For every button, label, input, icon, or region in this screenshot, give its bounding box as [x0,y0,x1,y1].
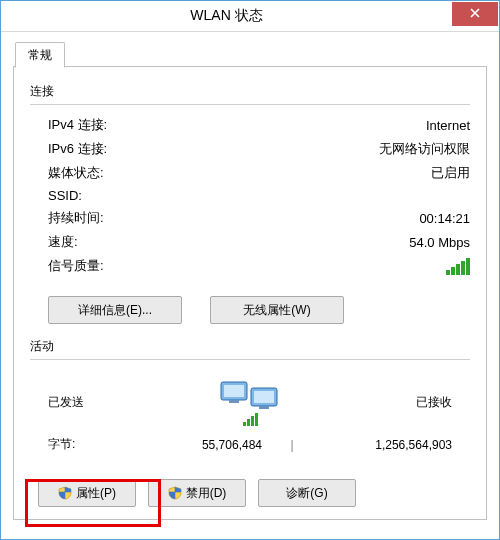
svg-rect-6 [243,422,246,426]
divider [30,104,470,105]
svg-rect-8 [251,416,254,426]
footer-button-row: 属性(P) 禁用(D) 诊断(G) [38,479,470,507]
speed-value: 54.0 Mbps [409,235,470,250]
connection-button-row: 详细信息(E)... 无线属性(W) [48,296,470,324]
tabstrip: 常规 [13,42,487,67]
sent-label: 已发送 [48,394,84,411]
uac-shield-icon [168,486,182,500]
properties-button[interactable]: 属性(P) [38,479,136,507]
details-button[interactable]: 详细信息(E)... [48,296,182,324]
wireless-properties-button[interactable]: 无线属性(W) [210,296,344,324]
svg-rect-2 [229,400,239,403]
bytes-label: 字节: [48,436,108,453]
close-icon [470,7,480,21]
media-label: 媒体状态: [48,164,104,182]
svg-rect-5 [259,406,269,409]
group-connection-label: 连接 [30,83,470,100]
titlebar: WLAN 状态 [1,1,499,32]
diagnose-button[interactable]: 诊断(G) [258,479,356,507]
group-activity-label: 活动 [30,338,470,355]
uac-shield-icon [58,486,72,500]
disable-button-label: 禁用(D) [186,485,227,502]
row-media: 媒体状态: 已启用 [30,161,470,185]
recv-label: 已接收 [416,394,452,411]
svg-rect-7 [247,419,250,426]
svg-rect-9 [255,413,258,426]
network-computers-icon [215,376,285,428]
speed-label: 速度: [48,233,78,251]
properties-button-label: 属性(P) [76,485,116,502]
media-value: 已启用 [431,164,470,182]
disable-button[interactable]: 禁用(D) [148,479,246,507]
wlan-status-window: WLAN 状态 常规 连接 IPv4 连接: Internet IPv6 连接:… [0,0,500,540]
diagnose-button-label: 诊断(G) [286,485,327,502]
divider [30,359,470,360]
ipv4-label: IPv4 连接: [48,116,107,134]
activity-row: 已发送 [30,368,470,428]
ipv6-value: 无网络访问权限 [379,140,470,158]
signal-bars-icon [446,257,470,275]
close-button[interactable] [452,2,498,26]
duration-value: 00:14:21 [419,211,470,226]
tab-panel: 连接 IPv4 连接: Internet IPv6 连接: 无网络访问权限 媒体… [13,67,487,520]
row-speed: 速度: 54.0 Mbps [30,230,470,254]
svg-rect-4 [254,391,274,403]
row-duration: 持续时间: 00:14:21 [30,206,470,230]
tab-general[interactable]: 常规 [15,42,65,68]
row-ipv6: IPv6 连接: 无网络访问权限 [30,137,470,161]
row-ssid: SSID: [30,185,470,206]
bytes-sent-value: 55,706,484 [108,438,286,452]
bytes-row: 字节: 55,706,484 | 1,256,564,903 [30,428,470,453]
row-signal: 信号质量: [30,254,470,278]
svg-rect-1 [224,385,244,397]
bytes-recv-value: 1,256,564,903 [298,438,452,452]
ssid-label: SSID: [48,188,82,203]
bytes-separator: | [286,438,298,452]
ipv6-label: IPv6 连接: [48,140,107,158]
details-button-label: 详细信息(E)... [78,302,152,319]
row-ipv4: IPv4 连接: Internet [30,113,470,137]
signal-label: 信号质量: [48,257,104,275]
tab-label: 常规 [28,47,52,64]
ipv4-value: Internet [426,118,470,133]
window-title: WLAN 状态 [1,7,452,25]
wireless-properties-label: 无线属性(W) [243,302,310,319]
duration-label: 持续时间: [48,209,104,227]
dialog-body: 常规 连接 IPv4 连接: Internet IPv6 连接: 无网络访问权限… [1,32,499,520]
